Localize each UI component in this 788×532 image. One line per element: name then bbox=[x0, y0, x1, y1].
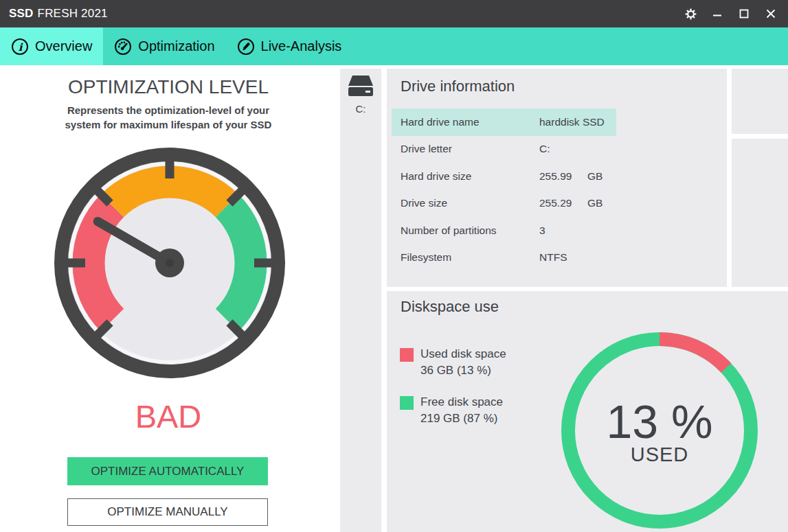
optimize-automatically-button[interactable]: OPTIMIZE AUTOMATICALLY bbox=[67, 457, 268, 485]
optimization-subtitle-line2: system for maximum lifespan of your SSD bbox=[0, 117, 337, 132]
pencil-icon bbox=[237, 38, 255, 56]
maximize-icon bbox=[739, 9, 749, 19]
table-row[interactable]: Hard drive size 255.99 GB bbox=[392, 163, 616, 190]
right-edge-panel-bottom bbox=[732, 139, 788, 287]
minimize-button[interactable] bbox=[711, 8, 723, 20]
row-label: Hard drive name bbox=[401, 116, 539, 128]
row-value: 255.99 bbox=[539, 170, 587, 183]
drive-information-title: Drive information bbox=[401, 78, 515, 95]
svg-text:i: i bbox=[19, 41, 23, 53]
window-controls bbox=[684, 0, 788, 27]
info-icon: i bbox=[11, 38, 29, 56]
drive-selector-strip: C: bbox=[340, 69, 381, 532]
free-swatch bbox=[400, 396, 414, 410]
row-unit: GB bbox=[587, 170, 603, 183]
row-unit: GB bbox=[587, 197, 603, 209]
titlebar: SSDFRESH 2021 bbox=[0, 0, 788, 27]
drive-letter-label: C: bbox=[356, 103, 366, 115]
tab-live-analysis-label: Live-Analysis bbox=[261, 38, 342, 54]
optimization-level-heading: OPTIMIZATION LEVEL bbox=[0, 76, 337, 98]
optimization-subtitle: Represents the optimization-level of you… bbox=[0, 103, 337, 132]
close-button[interactable] bbox=[765, 8, 777, 20]
donut-percent-label: 13 % bbox=[556, 395, 763, 448]
row-value: harddisk SSD bbox=[539, 116, 605, 128]
maximize-button[interactable] bbox=[738, 8, 750, 20]
row-value: NTFS bbox=[539, 251, 587, 264]
row-label: Drive letter bbox=[401, 143, 539, 155]
app-title: SSDFRESH 2021 bbox=[9, 7, 108, 21]
donut-used-arc bbox=[660, 339, 726, 368]
tab-optimization-label: Optimization bbox=[138, 38, 214, 54]
gear-icon bbox=[685, 8, 697, 20]
close-icon bbox=[766, 9, 776, 19]
free-label: Free disk space bbox=[420, 394, 503, 410]
row-value: 3 bbox=[539, 224, 587, 237]
legend-item-free: Free disk space 219 GB (87 %) bbox=[400, 394, 503, 427]
row-label: Drive size bbox=[401, 197, 539, 209]
row-value: C: bbox=[539, 143, 587, 155]
row-label: Hard drive size bbox=[401, 170, 539, 183]
gauge-hub-center bbox=[166, 259, 174, 267]
table-row[interactable]: Number of partitions 3 bbox=[392, 217, 616, 244]
app-title-brand: SSD bbox=[9, 7, 34, 20]
right-edge-panel-top bbox=[732, 69, 788, 134]
optimize-manually-button[interactable]: OPTIMIZE MANUALLY bbox=[67, 498, 268, 526]
tab-optimization[interactable]: Optimization bbox=[103, 27, 225, 65]
legend-item-used: Used disk space 36 GB (13 %) bbox=[400, 346, 506, 379]
minimize-icon bbox=[712, 9, 722, 19]
table-row[interactable]: Drive letter C: bbox=[392, 136, 616, 163]
used-swatch bbox=[400, 348, 414, 362]
tab-overview-label: Overview bbox=[35, 38, 92, 54]
settings-gear-icon[interactable] bbox=[684, 8, 697, 20]
donut-used-label: USED bbox=[556, 443, 763, 466]
table-row[interactable]: Filesystem NTFS bbox=[392, 244, 616, 272]
table-row[interactable]: Drive size 255.29 GB bbox=[392, 190, 616, 218]
row-value: 255.29 bbox=[539, 197, 587, 209]
optimization-status: BAD bbox=[0, 397, 337, 435]
drive-information-panel: Drive information Hard drive name harddi… bbox=[387, 69, 727, 287]
used-detail: 36 GB (13 %) bbox=[420, 362, 506, 379]
used-label: Used disk space bbox=[420, 346, 506, 362]
ssd-fresh-window: SSDFRESH 2021 bbox=[0, 0, 788, 532]
drive-item-c[interactable]: C: bbox=[340, 69, 381, 115]
row-label: Number of partitions bbox=[401, 224, 539, 237]
tab-live-analysis[interactable]: Live-Analysis bbox=[226, 27, 353, 65]
speedometer-icon bbox=[114, 38, 132, 56]
app-title-rest: FRESH 2021 bbox=[38, 7, 108, 20]
optimization-gauge bbox=[54, 148, 285, 378]
optimization-subtitle-line1: Represents the optimization-level of you… bbox=[0, 103, 337, 117]
hard-drive-icon bbox=[346, 74, 376, 99]
table-row[interactable]: Hard drive name harddisk SSD bbox=[392, 108, 616, 136]
tab-overview[interactable]: i Overview bbox=[0, 27, 103, 65]
diskspace-title: Diskspace use bbox=[401, 298, 499, 316]
row-label: Filesystem bbox=[401, 251, 539, 264]
free-detail: 219 GB (87 %) bbox=[420, 410, 503, 427]
tab-bar: i Overview Optimization Live-Analysis bbox=[0, 27, 788, 65]
drive-information-table: Hard drive name harddisk SSD Drive lette… bbox=[387, 108, 727, 271]
